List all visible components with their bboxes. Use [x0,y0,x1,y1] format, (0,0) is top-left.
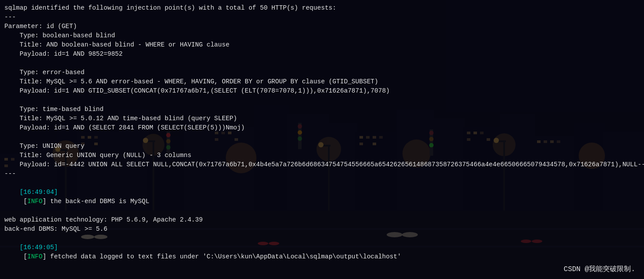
info-tag-2: INFO [27,253,43,260]
terminal-line-6: Payload: id=1 AND 9852=9852 [4,50,640,59]
terminal-line-15 [4,132,640,142]
terminal-line-17: Title: Generic UNION query (NULL) - 3 co… [4,151,640,160]
terminal-line-5: Title: AND boolean-based blind - WHERE o… [4,40,640,50]
watermark: CSDN @我能突破限制. [564,265,635,275]
terminal-line-14: Payload: id=1 AND (SELECT 2841 FROM (SEL… [4,123,640,132]
terminal-line-info-2: [16:49:05] [INFO] fetched data logged to… [4,234,640,271]
terminal-line-13: Title: MySQL >= 5.0.12 AND time-based bl… [4,114,640,123]
terminal-line-8: Type: error-based [4,68,640,77]
terminal-line-3: Parameter: id (GET) [4,22,640,31]
timestamp-1: [16:49:04] [20,189,58,196]
terminal-line-18: Payload: id=-4442 UNION ALL SELECT NULL,… [4,160,640,169]
terminal-line-info-1: [16:49:04] [INFO] the back-end DBMS is M… [4,179,640,215]
terminal-line-1: sqlmap identified the following injectio… [4,4,640,13]
terminal-line-20: web application technology: PHP 5.6.9, A… [4,215,640,225]
terminal-window: sqlmap identified the following injectio… [0,0,644,279]
terminal-line-21: back-end DBMS: MySQL >= 5.6 [4,225,640,234]
info-line-2-text: fetched data logged to text files under … [46,253,401,260]
info-line-1-text: the back-end DBMS is MySQL [46,198,149,205]
timestamp-2: [16:49:05] [20,244,58,251]
terminal-line-16: Type: UNION query [4,142,640,151]
terminal-line-4: Type: boolean-based blind [4,31,640,40]
terminal-line-2: --- [4,13,640,22]
terminal-line-22 [4,271,640,279]
terminal-line-9: Title: MySQL >= 5.6 AND error-based - WH… [4,77,640,86]
terminal-line-12: Type: time-based blind [4,105,640,114]
terminal-line-10: Payload: id=1 AND GTID_SUBSET(CONCAT(0x7… [4,86,640,96]
info-tag-1: INFO [27,198,43,205]
terminal-line-7 [4,59,640,68]
terminal-line-11 [4,96,640,105]
terminal-line-19: --- [4,169,640,179]
